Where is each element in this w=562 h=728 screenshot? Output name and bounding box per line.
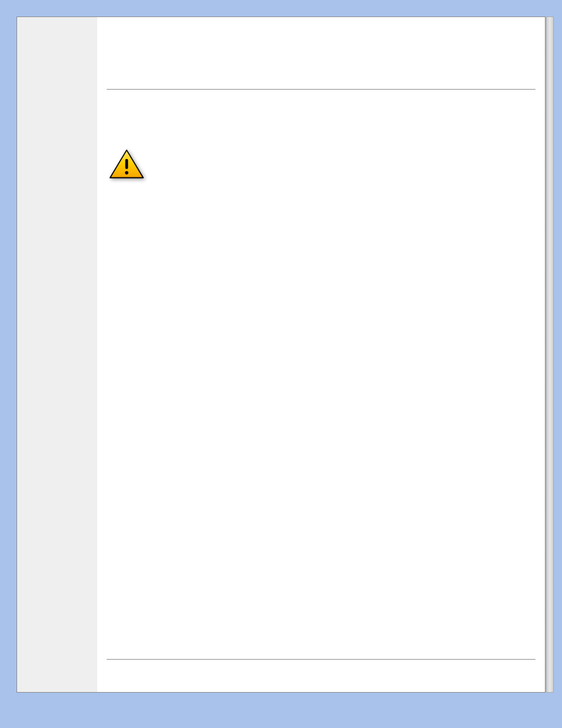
divider-top xyxy=(107,89,535,90)
sidebar-panel xyxy=(17,17,97,692)
svg-rect-0 xyxy=(125,159,128,169)
svg-point-1 xyxy=(125,171,128,174)
vertical-scrollbar[interactable] xyxy=(546,17,554,693)
content-panel xyxy=(97,17,545,692)
divider-bottom xyxy=(107,659,535,660)
main-window xyxy=(16,17,546,693)
warning-icon xyxy=(109,149,144,180)
